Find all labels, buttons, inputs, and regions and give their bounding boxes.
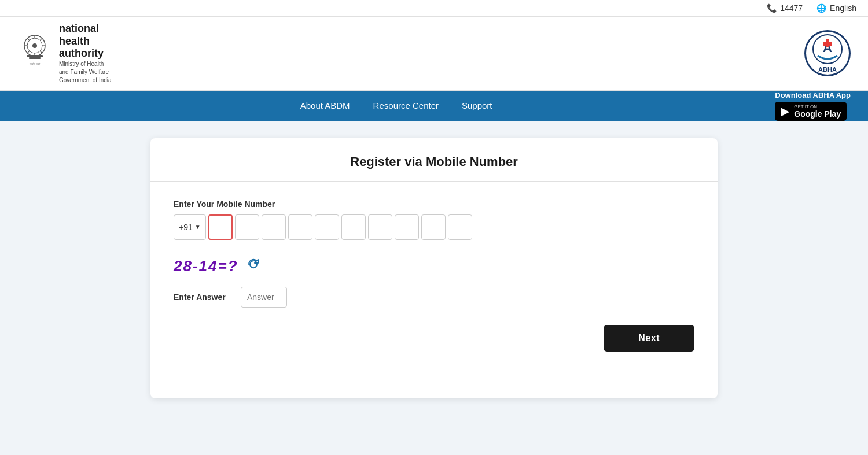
phone-icon: 📞 <box>767 3 777 13</box>
form-card-header: Register via Mobile Number <box>150 138 718 182</box>
language-selector[interactable]: 🌐 English <box>816 3 856 13</box>
nav-links: About ABDM Resource Center Support <box>17 101 775 111</box>
google-play-button[interactable]: ▶ GET IT ON Google Play <box>775 102 847 121</box>
digit-input-2[interactable] <box>235 214 259 240</box>
abha-logo-svg: A <box>812 34 843 65</box>
chevron-down-icon: ▼ <box>195 224 201 230</box>
svg-text:सत्यमेव जयते: सत्यमेव जयते <box>29 62 41 65</box>
ashoka-emblem-icon: सत्यमेव जयते <box>17 33 52 73</box>
nav-item-support[interactable]: Support <box>462 101 492 111</box>
digit-input-9[interactable] <box>421 214 446 240</box>
form-card-body: Enter Your Mobile Number +91 ▼ <box>150 182 718 375</box>
header: सत्यमेव जयते nationalhealthauthority Min… <box>0 17 868 91</box>
abha-logo: A ABHA <box>804 30 851 76</box>
nav-link-resource-center[interactable]: Resource Center <box>373 101 439 110</box>
svg-line-7 <box>27 38 30 40</box>
answer-label: Enter Answer <box>174 293 231 302</box>
language-label: English <box>830 3 856 13</box>
nav-bar: About ABDM Resource Center Support Downl… <box>0 91 868 121</box>
main-content: Register via Mobile Number Enter Your Mo… <box>0 121 868 416</box>
mobile-input-row: +91 ▼ <box>174 214 694 240</box>
next-button-row: Next <box>174 325 694 352</box>
nav-link-support[interactable]: Support <box>462 101 492 110</box>
svg-rect-11 <box>27 55 43 57</box>
get-it-on-label: GET IT ON <box>794 104 841 109</box>
play-store-icon: ▶ <box>781 104 789 118</box>
top-bar: 📞 14477 🌐 English <box>0 0 868 17</box>
refresh-captcha-icon[interactable] <box>247 257 260 275</box>
form-card: Register via Mobile Number Enter Your Mo… <box>150 138 718 398</box>
svg-rect-17 <box>823 42 832 46</box>
abha-logo-inner: A <box>812 34 843 65</box>
form-title: Register via Mobile Number <box>174 154 694 169</box>
nav-link-about-abdm[interactable]: About ABDM <box>300 101 350 110</box>
download-label: Download ABHA App <box>775 91 851 99</box>
org-subtitle: Ministry of Healthand Family WelfareGove… <box>59 60 112 84</box>
logo-text: nationalhealthauthority Ministry of Heal… <box>59 23 112 84</box>
header-logo: सत्यमेव जयते nationalhealthauthority Min… <box>17 23 112 84</box>
digit-input-3[interactable] <box>262 214 286 240</box>
digit-input-10[interactable] <box>448 214 472 240</box>
google-play-label: Google Play <box>794 109 841 119</box>
digit-input-4[interactable] <box>288 214 312 240</box>
phone-number: 14477 <box>780 3 803 13</box>
globe-icon: 🌐 <box>816 3 826 13</box>
svg-rect-12 <box>29 57 41 59</box>
digit-input-8[interactable] <box>395 214 419 240</box>
download-section: Download ABHA App ▶ GET IT ON Google Pla… <box>775 91 851 121</box>
nav-item-about-abdm[interactable]: About ABDM <box>300 101 350 111</box>
answer-row: Enter Answer <box>174 287 694 308</box>
digit-input-6[interactable] <box>341 214 366 240</box>
mobile-label: Enter Your Mobile Number <box>174 199 694 209</box>
answer-input[interactable] <box>241 287 287 308</box>
svg-line-9 <box>40 38 42 40</box>
svg-line-10 <box>27 51 30 53</box>
country-code-selector[interactable]: +91 ▼ <box>174 214 206 240</box>
svg-point-2 <box>32 43 37 48</box>
next-button[interactable]: Next <box>604 325 694 352</box>
digit-input-7[interactable] <box>368 214 392 240</box>
digit-input-5[interactable] <box>315 214 339 240</box>
captcha-expression: 28-14=? <box>174 257 238 275</box>
phone-info: 📞 14477 <box>767 3 803 13</box>
captcha-row: 28-14=? <box>174 257 694 275</box>
nav-item-resource-center[interactable]: Resource Center <box>373 101 439 111</box>
play-badge-text: GET IT ON Google Play <box>794 104 841 119</box>
abha-label: ABHA <box>818 66 837 73</box>
digit-input-1[interactable] <box>208 214 233 240</box>
org-name: nationalhealthauthority <box>59 23 112 60</box>
svg-line-8 <box>40 51 42 53</box>
country-code-value: +91 <box>179 223 193 232</box>
